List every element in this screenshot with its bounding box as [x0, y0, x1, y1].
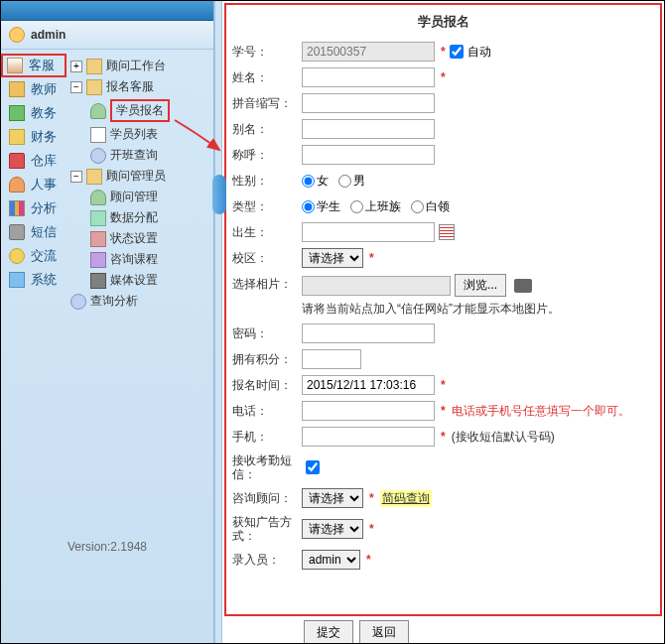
nav-label: 短信 — [31, 223, 57, 241]
input-mobile[interactable] — [302, 427, 435, 447]
input-phone[interactable] — [302, 401, 435, 421]
nav-item-chat[interactable]: 交流 — [1, 244, 66, 268]
user-box: admin — [1, 21, 213, 50]
tree-node-reg-cs[interactable]: − 报名客服 — [66, 76, 213, 97]
tree-node-consultant-admin[interactable]: − 顾问管理员 — [66, 166, 213, 187]
hint-phone: 电话或手机号任意填写一个即可。 — [452, 403, 630, 420]
label-name: 姓名： — [232, 69, 302, 86]
tree-label: 开班查询 — [110, 147, 158, 164]
nav-item-system[interactable]: 系统 — [1, 268, 66, 292]
search-icon — [70, 294, 86, 310]
submit-button[interactable]: 提交 — [304, 620, 353, 643]
tree-label: 顾问管理 — [110, 189, 158, 205]
radio-type-student[interactable]: 学生 — [302, 198, 340, 215]
select-entry-by[interactable]: admin — [302, 550, 360, 570]
camera-icon[interactable] — [514, 279, 532, 293]
input-student-id[interactable] — [302, 42, 435, 62]
tree-item-query-analysis[interactable]: 查询分析 — [66, 291, 213, 312]
radio-gender-female[interactable]: 女 — [302, 173, 329, 190]
simple-query-link[interactable]: 简码查询 — [380, 490, 432, 507]
tree-item-media-set[interactable]: 媒体设置 — [86, 270, 213, 291]
divider-handle-icon[interactable] — [212, 175, 226, 214]
radio-type-worker[interactable]: 上班族 — [350, 198, 401, 215]
radio-type-whitecollar[interactable]: 白领 — [411, 198, 450, 215]
select-campus[interactable]: 请选择 — [302, 248, 363, 268]
tree-toggle[interactable]: − — [70, 171, 82, 183]
book-icon — [7, 58, 23, 73]
label-auto: 自动 — [467, 44, 491, 61]
input-birth[interactable] — [302, 222, 435, 242]
nav-item-person[interactable]: 人事 — [1, 173, 66, 196]
input-reg-time[interactable] — [302, 375, 435, 395]
nav-label: 仓库 — [31, 152, 57, 170]
back-button[interactable]: 返回 — [359, 620, 409, 643]
folder-icon — [86, 169, 102, 185]
nav-item-teacher[interactable]: 教师 — [1, 77, 66, 101]
label-nickname: 称呼： — [232, 147, 302, 164]
nav-label: 客服 — [29, 57, 55, 74]
select-consultant[interactable]: 请选择 — [302, 488, 363, 508]
calendar-icon[interactable] — [439, 224, 455, 240]
browse-button[interactable]: 浏览... — [455, 274, 506, 297]
data-icon — [90, 210, 106, 226]
label-password: 密码： — [232, 325, 302, 342]
sidebar: admin 客服 教师 教务 — [1, 1, 214, 643]
label-sms-attend: 接收考勤短信： — [232, 453, 302, 481]
nav: 客服 教师 教务 财务 — [1, 50, 213, 316]
label-photo: 选择相片： — [232, 274, 302, 293]
tree-toggle[interactable]: − — [70, 81, 82, 93]
main-panel: 学员报名 学号： * 自动 姓名： * 拼音缩写： 别名： — [222, 1, 664, 643]
hint-photo: 请将当前站点加入“信任网站”才能显示本地图片。 — [302, 301, 560, 318]
input-alias[interactable] — [302, 119, 435, 139]
input-nickname[interactable] — [302, 145, 435, 165]
nav-label: 财务 — [31, 128, 57, 146]
input-photo-path[interactable] — [302, 276, 451, 296]
system-icon — [9, 272, 25, 288]
label-alias: 别名： — [232, 121, 302, 138]
tree-item-data-alloc[interactable]: 数据分配 — [86, 207, 213, 228]
input-password[interactable] — [302, 323, 435, 343]
select-ad-channel[interactable]: 请选择 — [302, 519, 363, 539]
label-student-id: 学号： — [232, 44, 302, 61]
radio-gender-male[interactable]: 男 — [338, 173, 365, 190]
teacher-icon — [9, 81, 25, 97]
nav-label: 教务 — [31, 104, 57, 122]
label-entry-by: 录入员： — [232, 552, 302, 569]
label-campus: 校区： — [232, 250, 302, 267]
tree-item-student-reg[interactable]: 学员报名 — [86, 97, 213, 124]
avatar-icon — [9, 27, 25, 43]
tree-item-status-set[interactable]: 状态设置 — [86, 228, 213, 249]
sms-icon — [9, 224, 25, 240]
folder-icon — [86, 79, 102, 95]
tree-item-consultant-mgmt[interactable]: 顾问管理 — [86, 187, 213, 207]
nav-label: 系统 — [31, 271, 57, 289]
user-icon — [90, 190, 106, 205]
tree-item-student-list[interactable]: 学员列表 — [86, 124, 213, 145]
status-icon — [90, 231, 106, 247]
nav-item-finance[interactable]: 财务 — [1, 125, 66, 149]
nav-item-sms[interactable]: 短信 — [1, 220, 66, 244]
tree-item-class-query[interactable]: 开班查询 — [86, 145, 213, 166]
tree-label: 学员列表 — [110, 126, 158, 143]
nav-item-warehouse[interactable]: 仓库 — [1, 149, 66, 173]
required-mark: * — [441, 45, 446, 59]
tree-node-consultant-desk[interactable]: + 顾问工作台 — [66, 56, 213, 76]
tree-item-consult-course[interactable]: 咨询课程 — [86, 249, 213, 270]
nav-item-edu[interactable]: 教务 — [1, 101, 66, 125]
label-phone: 电话： — [232, 403, 302, 420]
input-pinyin[interactable] — [302, 93, 435, 113]
checkbox-auto[interactable] — [450, 45, 464, 59]
tree-toggle[interactable]: + — [70, 61, 82, 72]
input-points[interactable] — [302, 349, 361, 369]
required-mark: * — [369, 251, 374, 265]
tree-label: 顾问工作台 — [106, 58, 166, 74]
label-mobile: 手机： — [232, 429, 302, 446]
nav-item-analysis[interactable]: 分析 — [1, 196, 66, 220]
required-mark: * — [441, 70, 446, 84]
hint-mobile: (接收短信默认号码) — [452, 429, 555, 446]
checkbox-sms-attend[interactable] — [306, 460, 320, 474]
warehouse-icon — [9, 153, 25, 169]
input-name[interactable] — [302, 67, 435, 87]
split-divider[interactable] — [214, 1, 222, 643]
nav-item-kefu[interactable]: 客服 — [1, 54, 66, 77]
